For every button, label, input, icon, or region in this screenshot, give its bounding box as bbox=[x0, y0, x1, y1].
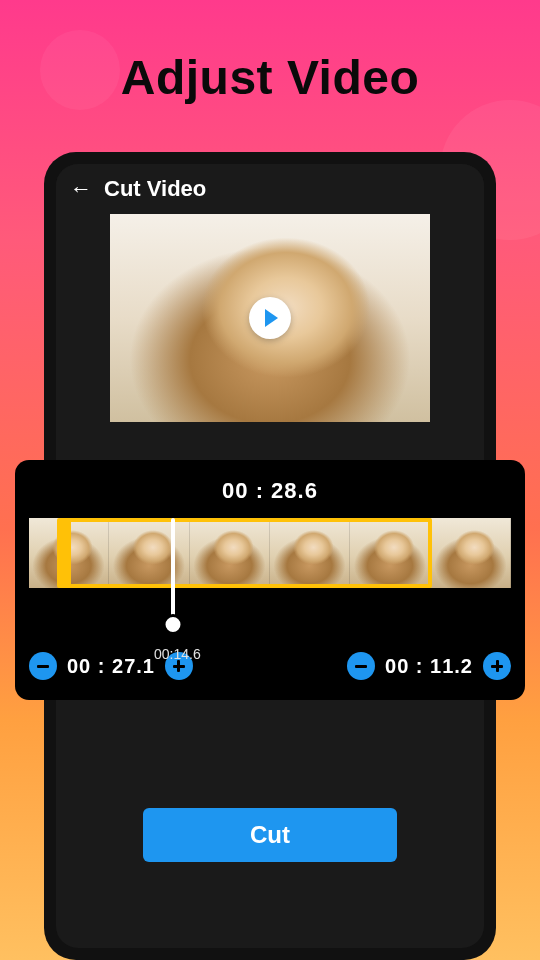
total-time-label: 00 : 28.6 bbox=[29, 478, 511, 504]
timeline-thumb bbox=[431, 518, 511, 588]
video-preview[interactable] bbox=[110, 214, 430, 422]
playhead-handle-icon[interactable] bbox=[163, 614, 184, 635]
start-decrement-button[interactable] bbox=[29, 652, 57, 680]
timeline-thumb bbox=[270, 518, 350, 588]
timeline-thumb bbox=[109, 518, 189, 588]
play-icon bbox=[265, 309, 278, 327]
start-time-value: 00 : 27.1 bbox=[67, 655, 155, 678]
cut-button[interactable]: Cut bbox=[143, 808, 397, 862]
end-time-value: 00 : 11.2 bbox=[385, 655, 473, 678]
minus-icon bbox=[355, 665, 367, 668]
screen-title: Cut Video bbox=[104, 176, 206, 202]
back-arrow-icon[interactable]: ← bbox=[70, 176, 92, 202]
end-increment-button[interactable] bbox=[483, 652, 511, 680]
time-controls: 00 : 27.1 00 : 11.2 bbox=[29, 652, 511, 680]
play-button[interactable] bbox=[249, 297, 291, 339]
timeline[interactable] bbox=[29, 518, 511, 588]
minus-icon bbox=[37, 665, 49, 668]
plus-icon bbox=[491, 660, 503, 672]
timeline-wrap: 00:14.6 bbox=[29, 518, 511, 588]
plus-icon bbox=[173, 660, 185, 672]
timeline-thumb bbox=[190, 518, 270, 588]
playhead[interactable] bbox=[171, 518, 175, 628]
app-header: ← Cut Video bbox=[56, 164, 484, 214]
timeline-thumb bbox=[29, 518, 109, 588]
end-decrement-button[interactable] bbox=[347, 652, 375, 680]
end-time-group: 00 : 11.2 bbox=[347, 652, 511, 680]
editor-panel: 00 : 28.6 00:14.6 00 : 27.1 bbox=[15, 460, 525, 700]
bg-decoration bbox=[40, 30, 120, 110]
timeline-thumb bbox=[350, 518, 430, 588]
